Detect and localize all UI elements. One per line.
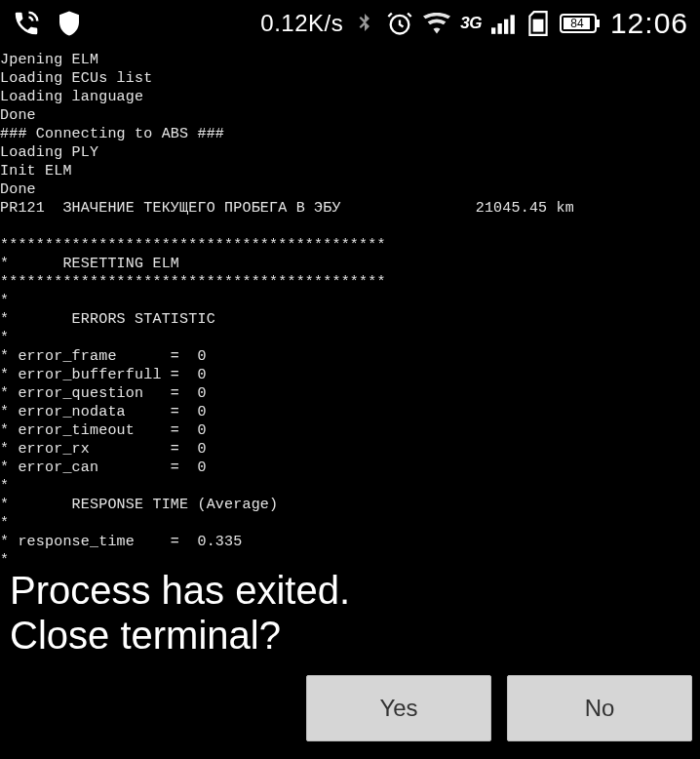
dialog-buttons: Yes No [8,675,692,741]
svg-text:84: 84 [570,17,584,30]
data-speed: 0.12K/s [260,10,343,37]
exit-dialog: Process has exited. Close terminal? Yes … [0,568,700,759]
status-left [12,9,84,38]
status-right: 0.12K/s 3G ! 84 12:06 [260,7,688,40]
svg-rect-2 [497,23,501,34]
svg-rect-1 [491,27,495,34]
phone-icon [12,9,41,38]
sim-icon: ! [526,10,550,37]
yes-button[interactable]: Yes [306,675,491,741]
status-bar: 0.12K/s 3G ! 84 12:06 [0,0,700,47]
wifi-icon [423,13,450,34]
svg-rect-4 [510,15,514,34]
bluetooth-icon [353,10,376,37]
clock: 12:06 [610,7,688,40]
shield-icon [55,9,84,38]
battery-icon: 84 [560,12,601,35]
dialog-line-1: Process has exited. [10,568,692,613]
signal-icon [491,13,517,34]
terminal-output: Jpening ELM Loading ECUs list Loading la… [0,47,700,570]
svg-rect-3 [504,20,508,34]
dialog-message: Process has exited. Close terminal? [10,568,692,658]
no-button[interactable]: No [507,675,692,741]
alarm-icon [386,10,413,37]
network-type: 3G [460,14,482,33]
svg-text:!: ! [537,20,540,30]
svg-rect-8 [597,20,600,27]
dialog-line-2: Close terminal? [10,613,692,658]
